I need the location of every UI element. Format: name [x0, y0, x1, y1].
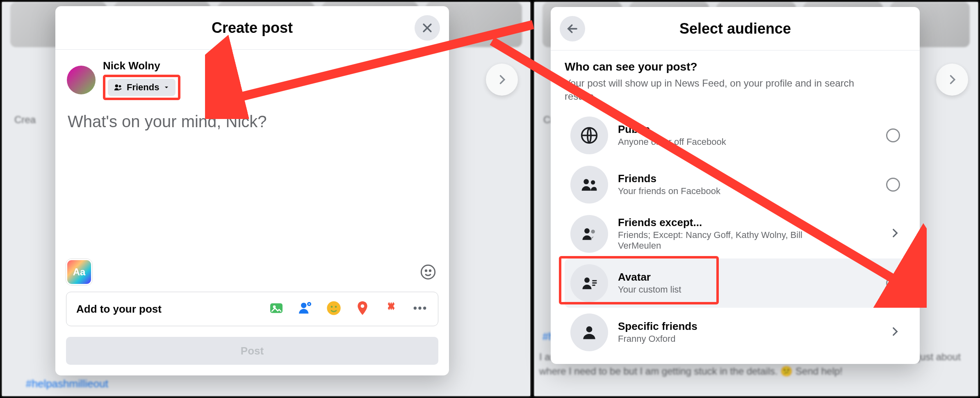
svg-point-20 — [583, 179, 589, 184]
svg-point-11 — [327, 301, 340, 315]
chevron-right-icon — [889, 326, 900, 339]
audience-option-friends[interactable]: Friends Your friends on Facebook — [565, 160, 906, 209]
create-post-modal: Create post Nick Wolny Friends What's on… — [55, 6, 449, 375]
back-button[interactable] — [560, 16, 585, 41]
post-button[interactable]: Post — [66, 337, 438, 365]
svg-point-4 — [421, 265, 435, 279]
bg-create-label: Crea — [14, 114, 36, 126]
svg-point-2 — [115, 85, 118, 87]
svg-point-16 — [418, 307, 421, 309]
bg-hashtag: #helpashmillieout — [26, 377, 108, 390]
radio-indicator — [886, 128, 900, 142]
caret-down-icon — [163, 84, 170, 91]
modal-title: Select audience — [679, 20, 791, 37]
svg-point-23 — [591, 230, 595, 234]
globe-icon — [570, 117, 608, 154]
more-icon[interactable] — [412, 300, 428, 318]
author-name: Nick Wolny — [103, 59, 180, 72]
add-to-post-row: Add to your post — [66, 292, 438, 326]
friends-icon — [570, 166, 608, 204]
audience-question: Who can see your post? — [565, 60, 906, 73]
author-avatar — [67, 66, 96, 94]
svg-point-14 — [361, 304, 365, 308]
background-color-button[interactable]: Aa — [66, 259, 92, 285]
friends-icon — [114, 83, 123, 92]
select-audience-modal: Select audience Who can see your post? Y… — [551, 7, 920, 364]
audience-option-specific-friends[interactable]: Specific friends Franny Oxford — [565, 308, 906, 357]
audience-description: Your post will show up in News Feed, on … — [565, 77, 876, 103]
modal-header: Select audience — [551, 7, 920, 50]
svg-point-5 — [425, 270, 426, 271]
feeling-icon[interactable] — [326, 300, 342, 318]
radio-indicator — [886, 178, 900, 192]
close-button[interactable] — [415, 15, 440, 41]
checkin-icon[interactable] — [354, 300, 371, 318]
emoji-picker-button[interactable] — [418, 262, 438, 282]
photo-video-icon[interactable] — [268, 300, 285, 318]
post-text-input[interactable]: What's on your mind, Nick? — [55, 102, 449, 142]
svg-point-6 — [429, 270, 431, 271]
tag-people-icon[interactable] — [297, 300, 313, 318]
svg-point-3 — [119, 85, 121, 88]
left-screenshot: Crea #helpashmillieout Create post Nick … — [0, 0, 532, 398]
audience-option-public[interactable]: Public Anyone on or off Facebook — [565, 111, 906, 160]
audience-options: Public Anyone on or off Facebook Friends… — [565, 111, 906, 357]
stories-next-button[interactable] — [936, 64, 968, 96]
friends-except-icon — [570, 215, 608, 253]
person-icon — [570, 313, 608, 351]
svg-point-28 — [586, 326, 593, 332]
audience-selector[interactable]: Friends — [108, 79, 175, 96]
svg-point-12 — [331, 306, 333, 308]
audience-label: Friends — [127, 82, 159, 93]
modal-title: Create post — [212, 19, 293, 37]
svg-point-21 — [591, 180, 595, 184]
chevron-right-icon — [889, 228, 900, 240]
svg-point-17 — [423, 307, 426, 309]
svg-point-13 — [335, 306, 337, 308]
audience-option-friends-except[interactable]: Friends except... Friends; Except: Nancy… — [565, 209, 906, 258]
svg-point-15 — [414, 307, 417, 309]
svg-point-9 — [301, 303, 306, 308]
radio-indicator — [886, 276, 900, 290]
author-row: Nick Wolny Friends — [55, 50, 449, 102]
stories-next-button[interactable] — [486, 64, 518, 96]
svg-point-10 — [308, 303, 311, 306]
add-to-post-label: Add to your post — [76, 303, 162, 316]
modal-header: Create post — [55, 6, 449, 50]
right-screenshot: Crea #hel I am looking to connect with s… — [532, 0, 980, 398]
live-icon[interactable] — [383, 300, 399, 318]
svg-point-22 — [584, 228, 590, 233]
